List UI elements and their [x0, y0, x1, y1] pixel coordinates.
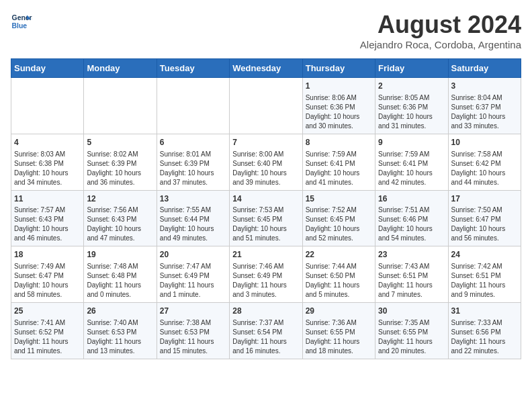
header-cell-tuesday: Tuesday — [157, 59, 229, 78]
calendar-table: SundayMondayTuesdayWednesdayThursdayFrid… — [11, 58, 521, 359]
header-cell-saturday: Saturday — [448, 59, 521, 78]
logo: General Blue — [11, 11, 32, 32]
day-number: 27 — [160, 306, 226, 317]
day-number: 3 — [451, 81, 518, 92]
day-cell — [157, 78, 229, 134]
day-number: 25 — [14, 306, 81, 317]
month-title: August 2024 — [360, 11, 521, 39]
day-cell: 8Sunrise: 7:59 AM Sunset: 6:41 PM Daylig… — [302, 134, 375, 190]
day-number: 29 — [306, 306, 372, 317]
logo-icon: General Blue — [11, 11, 32, 32]
day-info: Sunrise: 7:43 AM Sunset: 6:51 PM Dayligh… — [378, 262, 445, 300]
day-cell — [11, 78, 84, 134]
day-info: Sunrise: 7:40 AM Sunset: 6:53 PM Dayligh… — [87, 318, 153, 356]
day-info: Sunrise: 7:49 AM Sunset: 6:47 PM Dayligh… — [14, 262, 81, 300]
day-number: 6 — [160, 137, 226, 148]
day-cell: 13Sunrise: 7:55 AM Sunset: 6:44 PM Dayli… — [157, 190, 229, 246]
day-cell: 25Sunrise: 7:41 AM Sunset: 6:52 PM Dayli… — [11, 303, 84, 359]
day-info: Sunrise: 8:00 AM Sunset: 6:40 PM Dayligh… — [232, 150, 299, 187]
day-cell: 30Sunrise: 7:35 AM Sunset: 6:55 PM Dayli… — [375, 303, 448, 359]
day-info: Sunrise: 7:37 AM Sunset: 6:54 PM Dayligh… — [232, 318, 299, 356]
day-info: Sunrise: 7:33 AM Sunset: 6:56 PM Dayligh… — [451, 318, 518, 356]
week-row-1: 1Sunrise: 8:06 AM Sunset: 6:36 PM Daylig… — [11, 78, 521, 134]
day-cell: 20Sunrise: 7:47 AM Sunset: 6:49 PM Dayli… — [157, 246, 229, 303]
day-cell: 9Sunrise: 7:59 AM Sunset: 6:41 PM Daylig… — [375, 134, 448, 190]
day-cell: 28Sunrise: 7:37 AM Sunset: 6:54 PM Dayli… — [230, 303, 302, 359]
week-row-5: 25Sunrise: 7:41 AM Sunset: 6:52 PM Dayli… — [11, 303, 521, 359]
day-info: Sunrise: 7:42 AM Sunset: 6:51 PM Dayligh… — [451, 262, 518, 300]
day-number: 20 — [160, 249, 226, 261]
day-cell: 5Sunrise: 8:02 AM Sunset: 6:39 PM Daylig… — [84, 134, 157, 190]
day-cell: 26Sunrise: 7:40 AM Sunset: 6:53 PM Dayli… — [84, 303, 157, 359]
day-number: 8 — [306, 137, 372, 148]
day-cell: 24Sunrise: 7:42 AM Sunset: 6:51 PM Dayli… — [448, 246, 521, 303]
day-number: 16 — [378, 193, 445, 205]
header: General Blue August 2024 Alejandro Roca,… — [11, 11, 521, 50]
day-cell: 2Sunrise: 8:05 AM Sunset: 6:36 PM Daylig… — [375, 78, 448, 134]
header-cell-sunday: Sunday — [11, 59, 84, 78]
day-number: 5 — [87, 137, 153, 148]
day-cell: 10Sunrise: 7:58 AM Sunset: 6:42 PM Dayli… — [448, 134, 521, 190]
day-cell: 6Sunrise: 8:01 AM Sunset: 6:39 PM Daylig… — [157, 134, 229, 190]
day-info: Sunrise: 8:02 AM Sunset: 6:39 PM Dayligh… — [87, 150, 153, 187]
day-info: Sunrise: 7:48 AM Sunset: 6:48 PM Dayligh… — [87, 262, 153, 300]
day-info: Sunrise: 7:41 AM Sunset: 6:52 PM Dayligh… — [14, 318, 81, 356]
day-cell: 15Sunrise: 7:52 AM Sunset: 6:45 PM Dayli… — [302, 190, 375, 246]
day-info: Sunrise: 7:46 AM Sunset: 6:49 PM Dayligh… — [232, 262, 299, 300]
day-info: Sunrise: 7:36 AM Sunset: 6:55 PM Dayligh… — [306, 318, 372, 356]
day-info: Sunrise: 7:38 AM Sunset: 6:53 PM Dayligh… — [160, 318, 226, 356]
day-info: Sunrise: 8:03 AM Sunset: 6:38 PM Dayligh… — [14, 150, 81, 187]
day-cell: 16Sunrise: 7:51 AM Sunset: 6:46 PM Dayli… — [375, 190, 448, 246]
day-number: 23 — [378, 249, 445, 261]
day-info: Sunrise: 7:59 AM Sunset: 6:41 PM Dayligh… — [378, 150, 445, 187]
day-info: Sunrise: 7:58 AM Sunset: 6:42 PM Dayligh… — [451, 150, 518, 187]
day-cell — [230, 78, 302, 134]
header-cell-wednesday: Wednesday — [230, 59, 302, 78]
day-number: 2 — [378, 81, 445, 92]
day-info: Sunrise: 7:57 AM Sunset: 6:43 PM Dayligh… — [14, 205, 81, 243]
week-row-2: 4Sunrise: 8:03 AM Sunset: 6:38 PM Daylig… — [11, 134, 521, 190]
day-cell: 3Sunrise: 8:04 AM Sunset: 6:37 PM Daylig… — [448, 78, 521, 134]
day-number: 7 — [232, 137, 299, 148]
day-cell: 31Sunrise: 7:33 AM Sunset: 6:56 PM Dayli… — [448, 303, 521, 359]
calendar-body: 1Sunrise: 8:06 AM Sunset: 6:36 PM Daylig… — [11, 78, 521, 359]
week-row-3: 11Sunrise: 7:57 AM Sunset: 6:43 PM Dayli… — [11, 190, 521, 246]
day-number: 9 — [378, 137, 445, 148]
day-number: 30 — [378, 306, 445, 317]
day-number: 10 — [451, 137, 518, 148]
day-info: Sunrise: 7:53 AM Sunset: 6:45 PM Dayligh… — [232, 205, 299, 243]
day-info: Sunrise: 7:44 AM Sunset: 6:50 PM Dayligh… — [306, 262, 372, 300]
day-info: Sunrise: 8:01 AM Sunset: 6:39 PM Dayligh… — [160, 150, 226, 187]
day-number: 1 — [306, 81, 372, 92]
calendar-header-row: SundayMondayTuesdayWednesdayThursdayFrid… — [11, 59, 521, 78]
day-info: Sunrise: 7:56 AM Sunset: 6:43 PM Dayligh… — [87, 205, 153, 243]
title-area: August 2024 Alejandro Roca, Cordoba, Arg… — [360, 11, 521, 50]
day-number: 28 — [232, 306, 299, 317]
day-number: 15 — [306, 193, 372, 205]
day-cell: 29Sunrise: 7:36 AM Sunset: 6:55 PM Dayli… — [302, 303, 375, 359]
day-info: Sunrise: 7:47 AM Sunset: 6:49 PM Dayligh… — [160, 262, 226, 300]
subtitle: Alejandro Roca, Cordoba, Argentina — [360, 39, 521, 50]
day-cell — [84, 78, 157, 134]
day-info: Sunrise: 7:51 AM Sunset: 6:46 PM Dayligh… — [378, 205, 445, 243]
day-number: 12 — [87, 193, 153, 205]
day-info: Sunrise: 7:52 AM Sunset: 6:45 PM Dayligh… — [306, 205, 372, 243]
day-number: 19 — [87, 249, 153, 261]
day-cell: 23Sunrise: 7:43 AM Sunset: 6:51 PM Dayli… — [375, 246, 448, 303]
header-cell-friday: Friday — [375, 59, 448, 78]
day-number: 18 — [14, 249, 81, 261]
day-info: Sunrise: 8:04 AM Sunset: 6:37 PM Dayligh… — [451, 93, 518, 131]
day-number: 24 — [451, 249, 518, 261]
day-info: Sunrise: 7:59 AM Sunset: 6:41 PM Dayligh… — [306, 150, 372, 187]
day-cell: 17Sunrise: 7:50 AM Sunset: 6:47 PM Dayli… — [448, 190, 521, 246]
day-info: Sunrise: 7:55 AM Sunset: 6:44 PM Dayligh… — [160, 205, 226, 243]
day-number: 4 — [14, 137, 81, 148]
day-cell: 18Sunrise: 7:49 AM Sunset: 6:47 PM Dayli… — [11, 246, 84, 303]
week-row-4: 18Sunrise: 7:49 AM Sunset: 6:47 PM Dayli… — [11, 246, 521, 303]
day-number: 31 — [451, 306, 518, 317]
day-number: 21 — [232, 249, 299, 261]
day-number: 22 — [306, 249, 372, 261]
day-cell: 19Sunrise: 7:48 AM Sunset: 6:48 PM Dayli… — [84, 246, 157, 303]
day-cell: 4Sunrise: 8:03 AM Sunset: 6:38 PM Daylig… — [11, 134, 84, 190]
day-cell: 7Sunrise: 8:00 AM Sunset: 6:40 PM Daylig… — [230, 134, 302, 190]
